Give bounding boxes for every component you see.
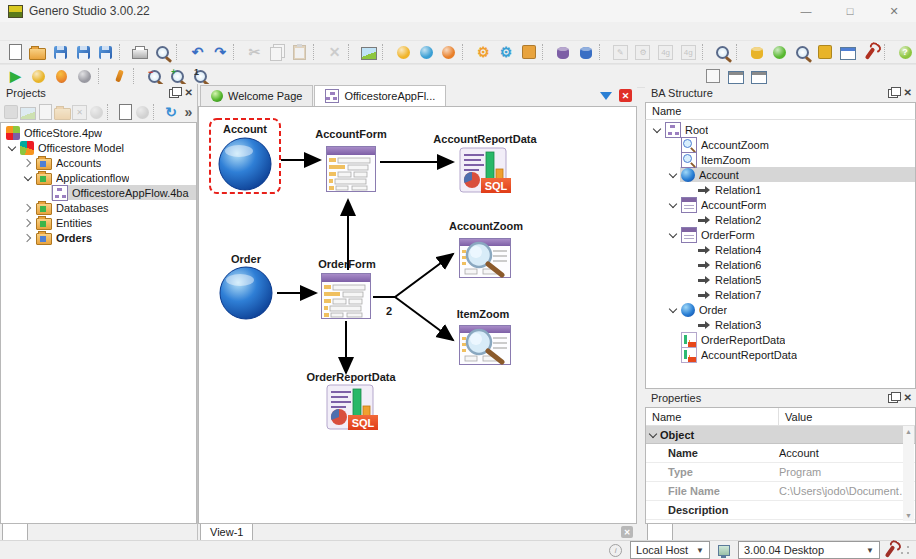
property-value[interactable]: Program (772, 466, 915, 478)
diagram-node-accountform[interactable]: AccountForm (315, 128, 387, 192)
settings-gear-button[interactable]: ⚙ (472, 42, 495, 62)
tab-view-1[interactable]: View-1 (200, 524, 253, 541)
view-close-icon[interactable]: ✕ (621, 526, 633, 538)
tree-chevron[interactable] (21, 235, 35, 241)
tree-officestoreappflow-4ba[interactable]: OfficestoreAppFlow.4ba (1, 185, 196, 200)
ba-accountzoom[interactable]: AccountZoom (646, 137, 915, 152)
ba-relation4[interactable]: Relation4 (646, 242, 915, 257)
tree-chevron[interactable] (666, 233, 680, 237)
dependencies-button[interactable] (134, 102, 151, 122)
compile-4gl-button[interactable]: 4g (654, 42, 677, 62)
projects-close-icon[interactable]: ✕ (185, 88, 193, 98)
more-button[interactable]: » (180, 102, 197, 122)
diagram-node-itemzoom[interactable]: ItemZoom (457, 308, 511, 365)
tree-chevron[interactable] (21, 160, 35, 166)
cut-button[interactable]: ✂ (243, 42, 266, 62)
ba-relation6[interactable]: Relation6 (646, 257, 915, 272)
import-database-button[interactable] (552, 42, 575, 62)
help-button[interactable]: ? (894, 42, 916, 62)
tools-wrench-button[interactable] (859, 42, 882, 62)
snapshot-button[interactable] (19, 102, 36, 122)
scroll-up-icon[interactable]: ▲ (905, 428, 912, 435)
prop-description[interactable]: Description (646, 501, 915, 520)
build-all-button[interactable] (415, 42, 438, 62)
diagram-node-accountzoom[interactable]: AccountZoom (449, 220, 523, 278)
tree-chevron[interactable] (666, 203, 680, 207)
tree-officestore-4pw[interactable]: OfficeStore.4pw (1, 125, 196, 140)
tab-projects[interactable] (2, 524, 28, 541)
tab-welcome-page[interactable]: Welcome Page (200, 85, 313, 106)
tree-chevron[interactable] (21, 205, 35, 211)
form-designer-button[interactable] (837, 42, 860, 62)
rebuild-button[interactable] (438, 42, 461, 62)
zoom-actual-button[interactable]: 1 (189, 66, 212, 86)
tree-chevron[interactable] (650, 128, 664, 132)
ba-accountform[interactable]: AccountForm (646, 197, 915, 212)
welcome-globe-button[interactable] (769, 42, 792, 62)
menu-help[interactable] (184, 30, 202, 32)
diagram-node-order[interactable]: Order (220, 253, 272, 319)
close-document-icon[interactable]: ✕ (619, 89, 632, 102)
save-button[interactable] (49, 42, 72, 62)
tree-orders[interactable]: Orders (1, 230, 196, 245)
add-file-button[interactable] (117, 102, 134, 122)
save-as-button[interactable] (72, 42, 95, 62)
zoom-in-button[interactable]: + (166, 66, 189, 86)
tree-chevron[interactable] (666, 308, 680, 312)
compile-form-button[interactable]: 4g (677, 42, 700, 62)
diagram-node-orderform[interactable]: OrderForm (318, 258, 376, 319)
print-preview-button[interactable] (152, 42, 175, 62)
maximize-view-button[interactable] (701, 66, 724, 86)
ba-float-icon[interactable] (888, 89, 898, 98)
stop-button[interactable] (73, 66, 96, 86)
properties-scrollbar[interactable]: ▲▼ (903, 426, 914, 521)
paste-button[interactable] (289, 42, 312, 62)
runtime-config-wrench-icon[interactable] (885, 545, 896, 558)
minimize-button[interactable]: — (784, 0, 828, 22)
db-schema-button[interactable] (746, 42, 769, 62)
menu-file[interactable] (4, 30, 22, 32)
float-view-button[interactable] (724, 66, 747, 86)
edit-schema-button[interactable]: ✎ (609, 42, 632, 62)
sql-editor-button[interactable] (791, 42, 814, 62)
archive-button[interactable] (2, 102, 19, 122)
menu-edit[interactable] (22, 30, 40, 32)
ba-relation2[interactable]: Relation2 (646, 212, 915, 227)
scroll-down-icon[interactable]: ▼ (905, 512, 912, 519)
prop-type[interactable]: Type Program (646, 463, 915, 482)
ba-root[interactable]: Root (646, 122, 915, 137)
pin-button[interactable] (108, 66, 131, 86)
export-database-button[interactable] (575, 42, 598, 62)
menu-items[interactable] (58, 30, 76, 32)
redo-button[interactable]: ↷ (209, 42, 232, 62)
menu-build[interactable] (76, 30, 94, 32)
dock-view-button[interactable] (747, 66, 770, 86)
menu-scm[interactable] (130, 30, 148, 32)
generate-button[interactable]: ⚙ (632, 42, 655, 62)
save-all-button[interactable] (95, 42, 118, 62)
delete-button[interactable]: ✕ (323, 42, 346, 62)
property-value[interactable]: C:\Users\jodo\Documents\My Gene... (772, 485, 915, 497)
tree-chevron[interactable] (21, 220, 35, 226)
ba-account[interactable]: Account (646, 167, 915, 182)
ba-order[interactable]: Order (646, 302, 915, 317)
debug-button[interactable] (50, 66, 73, 86)
tree-accounts[interactable]: Accounts (1, 155, 196, 170)
ba-orderform[interactable]: OrderForm (646, 227, 915, 242)
maximize-button[interactable]: □ (828, 0, 872, 22)
tab-files[interactable] (28, 524, 52, 540)
exclude-button[interactable]: ✕ (71, 102, 88, 122)
zoom-out-button[interactable]: − (143, 66, 166, 86)
ba-itemzoom[interactable]: ItemZoom (646, 152, 915, 167)
menu-view[interactable] (40, 30, 58, 32)
tree-databases[interactable]: Databases (1, 200, 196, 215)
projects-float-icon[interactable] (169, 89, 179, 98)
tree-officestore-model[interactable]: Officestore Model (1, 140, 196, 155)
diagram-node-account[interactable]: Account (210, 119, 280, 193)
ba-relation7[interactable]: Relation7 (646, 287, 915, 302)
profiler-button[interactable] (27, 66, 50, 86)
ba-relation5[interactable]: Relation5 (646, 272, 915, 287)
property-value[interactable]: Account (772, 447, 915, 459)
open-button[interactable] (27, 42, 50, 62)
screenshot-button[interactable] (358, 42, 381, 62)
